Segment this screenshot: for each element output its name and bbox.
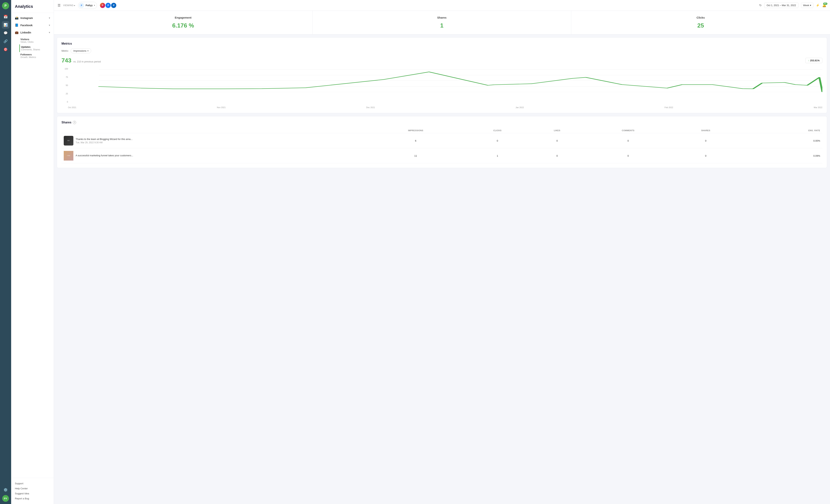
table-row: 4 Step A successful marketing funnel tak… (62, 148, 822, 163)
col-likes: LIKES (530, 128, 585, 133)
likes-value: 0 (530, 133, 585, 148)
chart-x-axis: Oct 2021 Nov 2021 Dec 2021 Jan 2022 Feb … (68, 106, 822, 108)
col-impressions: IMPRESSIONS (366, 128, 465, 133)
metrics-section: Metrics Metric: Impressions ▾ 743 vs. 21… (57, 37, 827, 113)
viewing-label: VIEWING ▸ (63, 4, 75, 7)
comments-value: 0 (585, 133, 672, 148)
account-name: Pallyy (86, 4, 93, 7)
period-selector[interactable]: Week ▾ (801, 3, 813, 8)
sidebar-icon-chart[interactable]: 📊 (2, 21, 9, 29)
post-thumbnail: 4 Step (64, 151, 73, 161)
suggest-idea-link[interactable]: Suggest Idea (15, 491, 50, 496)
linkedin-platform-icon[interactable]: P (111, 2, 117, 8)
sidebar-icon-target[interactable]: 🎯 (2, 46, 9, 53)
clicks-value: 1 (466, 148, 530, 163)
linkedin-subnav: Visitors Views, Clicks Updates Comments,… (11, 36, 54, 62)
shares-value: 0 (672, 148, 740, 163)
chart-svg (62, 68, 822, 108)
main-content: ☰ VIEWING ▸ P Pallyy ▾ P P P ↻ Oct 1, 20… (54, 0, 830, 504)
period-chevron-icon: ▾ (810, 4, 811, 7)
sidebar-item-visitors[interactable]: Visitors Views, Clicks (21, 37, 50, 44)
sidebar-icon-calendar[interactable]: 📅 (2, 13, 9, 21)
sidebar-item-updates[interactable]: Updates Comments, Shares (19, 44, 50, 52)
facebook-platform-icon[interactable]: P (105, 2, 111, 8)
sidebar-icon-comment[interactable]: 💬 (2, 29, 9, 37)
metric-selector: Metric: Impressions ▾ (62, 48, 822, 53)
likes-value: 0 (530, 148, 585, 163)
account-logo: P (79, 3, 84, 8)
report-bug-link[interactable]: Report a Bug (15, 496, 50, 501)
metric-stat-row: 743 vs. 210 in previous period ↑ 253.81% (62, 57, 822, 64)
chevron-down-icon: ▾ (49, 31, 50, 34)
stats-row: Engagement 6.176 % Shares 1 Clicks 25 (54, 11, 830, 34)
facebook-icon: 📘 (15, 24, 19, 27)
refresh-icon[interactable]: ↻ (759, 3, 762, 7)
shares-value: 0 (672, 133, 740, 148)
sidebar-icon-settings[interactable]: ⚙️ (2, 486, 9, 494)
shares-table: IMPRESSIONS CLICKS LIKES COMMENTS SHARES… (62, 128, 822, 163)
sidebar-item-linkedin[interactable]: 💼 LinkedIn ▾ (11, 29, 54, 36)
impressions-value: 6 (366, 133, 465, 148)
lightning-icon[interactable]: ⚡ (816, 3, 820, 7)
app-logo[interactable]: P (2, 2, 9, 9)
instagram-icon: 📸 (15, 16, 19, 20)
left-panel: Analytics 📸 Instagram ▾ 📘 Facebook ▾ 💼 L… (11, 0, 54, 504)
notification-bell[interactable]: 🔔 50+ (822, 3, 826, 7)
help-center-link[interactable]: Help Center (15, 486, 50, 491)
post-cell: 4 Step A successful marketing funnel tak… (62, 148, 366, 163)
sidebar-item-instagram[interactable]: 📸 Instagram ▾ (11, 14, 54, 22)
sidebar: P 📅 📊 💬 🔗 🎯 ⚙️ PY (0, 0, 11, 504)
clicks-stat: Clicks 25 (571, 11, 830, 34)
post-cell: BW Thanks to the team at Blogging Wizard… (62, 133, 366, 148)
shares-title: Shares ? (62, 121, 822, 124)
support-link[interactable]: Support (15, 481, 50, 486)
dropdown-chevron-icon: ▾ (88, 50, 89, 52)
eng-rate-value: 0.09% (740, 148, 822, 163)
chevron-down-icon: ▾ (49, 24, 50, 27)
account-chevron-icon: ▾ (94, 4, 95, 6)
date-range-picker[interactable]: Oct 1, 2021 – Mar 31, 2022 (764, 3, 798, 8)
impressions-value: 11 (366, 148, 465, 163)
topbar: ☰ VIEWING ▸ P Pallyy ▾ P P P ↻ Oct 1, 20… (54, 0, 830, 11)
shares-section: Shares ? IMPRESSIONS CLICKS LIKES COMMEN… (57, 116, 827, 168)
col-shares: SHARES (672, 128, 740, 133)
sidebar-item-followers[interactable]: Followers Growth, Metrics (21, 52, 50, 60)
chevron-down-icon: ▾ (49, 17, 50, 19)
sidebar-item-facebook[interactable]: 📘 Facebook ▾ (11, 22, 54, 29)
col-comments: COMMENTS (585, 128, 672, 133)
post-thumbnail: BW (64, 136, 73, 146)
metrics-chart: 100 75 50 25 0 Oct 2021 (62, 68, 822, 108)
col-clicks: CLICKS (466, 128, 530, 133)
metric-dropdown[interactable]: Impressions ▾ (71, 48, 91, 53)
notification-count: 50+ (823, 3, 827, 5)
eng-rate-value: 0.00% (740, 133, 822, 148)
engagement-stat: Engagement 6.176 % (54, 11, 313, 34)
shares-stat: Shares 1 (313, 11, 571, 34)
arrow-up-icon: ↑ (808, 59, 809, 62)
linkedin-icon: 💼 (15, 31, 19, 34)
sidebar-avatar[interactable]: PY (2, 495, 9, 502)
instagram-platform-icon[interactable]: P (100, 2, 105, 8)
comments-value: 0 (585, 148, 672, 163)
col-post (62, 128, 366, 133)
sidebar-icon-link[interactable]: 🔗 (2, 37, 9, 45)
col-eng-rate: ENG. RATE (740, 128, 822, 133)
bottom-links: Support Help Center Suggest Idea Report … (11, 478, 54, 504)
chart-y-axis: 100 75 50 25 0 (62, 68, 68, 103)
page-title: Analytics (11, 0, 54, 13)
metric-change-badge: ↑ 253.81% (805, 58, 822, 63)
clicks-value: 0 (466, 133, 530, 148)
info-icon[interactable]: ? (73, 121, 76, 124)
content-area: Engagement 6.176 % Shares 1 Clicks 25 Me… (54, 11, 830, 504)
menu-icon[interactable]: ☰ (58, 3, 61, 7)
table-row: BW Thanks to the team at Blogging Wizard… (62, 133, 822, 148)
account-selector[interactable]: P Pallyy ▾ (78, 2, 97, 9)
platform-icons: P P P (100, 2, 117, 8)
